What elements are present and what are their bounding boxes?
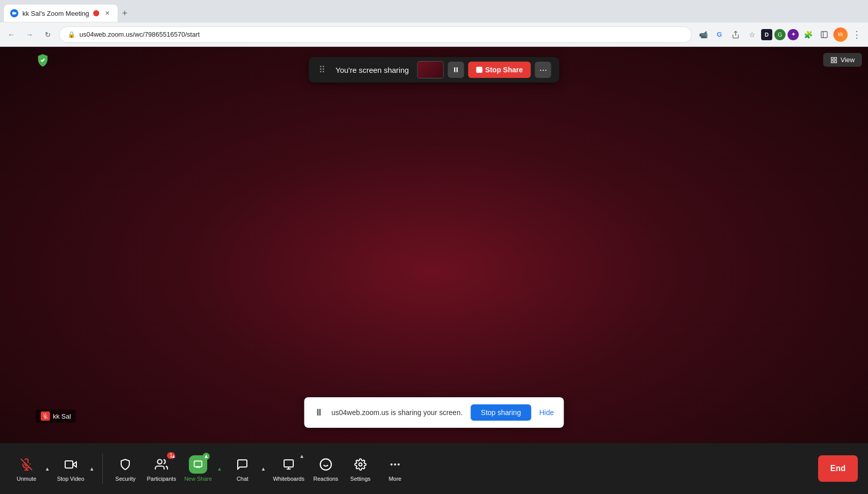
view-label: View [841,56,855,64]
unmute-label: Unmute [17,476,37,482]
pause-button[interactable] [447,62,464,78]
video-icon [62,455,80,474]
svg-marker-17 [73,462,76,467]
participants-button[interactable]: Participants 1 ▲ [144,451,179,486]
share-page-icon[interactable] [729,28,743,42]
user-label: kk Sal [36,409,76,423]
unmute-group: Unmute ▲ [10,451,52,486]
new-share-label: New Share [184,476,212,482]
recording-indicator [93,10,99,16]
new-share-icon [189,455,207,474]
new-tab-button[interactable]: + [118,6,132,20]
participants-chevron[interactable]: ▲ [169,453,178,459]
notification-pause-icon: ⏸ [314,407,323,418]
sidebar-icon[interactable] [817,28,831,42]
chat-button[interactable]: Chat [226,451,259,486]
new-share-button[interactable]: New Share [181,451,215,486]
new-share-group: New Share ▲ [181,451,224,486]
whiteboards-chevron[interactable]: ▲ [297,453,306,459]
meeting-area: ⠿ You're screen sharing Stop Share ··· V… [0,47,868,494]
svg-point-28 [359,463,362,466]
zoom-favicon [10,9,18,17]
forward-button[interactable]: → [22,28,37,42]
reload-button[interactable]: ↻ [41,28,55,42]
extension1-icon[interactable]: D [761,29,772,40]
extensions-icon[interactable]: 🧩 [801,28,815,42]
mute-icon [41,411,50,421]
toolbar-divider1 [102,453,103,484]
view-button[interactable]: View [823,53,862,67]
microphone-muted-icon [17,455,36,474]
url-text: us04web.zoom.us/wc/79865516570/start [79,31,200,38]
extension2-icon[interactable]: G [774,29,786,40]
stop-video-button[interactable]: Stop Video [54,451,88,486]
stop-sharing-button[interactable]: Stop sharing [471,404,531,421]
share-status-text: You're screen sharing [331,66,413,74]
video-chevron[interactable]: ▲ [88,466,97,472]
menu-icon[interactable]: ⋮ [850,28,864,42]
settings-label: Settings [350,476,371,482]
security-button[interactable]: Security [109,451,142,486]
chat-group: Chat ▲ [226,451,268,486]
more-button[interactable]: More [379,451,411,486]
security-label: Security [116,476,136,482]
svg-marker-1 [15,12,16,15]
active-tab[interactable]: kk Sal's Zoom Meeting ✕ [4,5,118,22]
settings-icon [351,455,370,474]
user-name: kk Sal [53,413,71,420]
svg-point-19 [158,459,162,464]
address-bar: ← → ↻ 🔒 us04web.zoom.us/wc/79865516570/s… [0,22,868,47]
more-label: More [388,476,401,482]
chat-chevron[interactable]: ▲ [259,466,268,472]
svg-rect-5 [454,67,455,72]
reactions-button[interactable]: Reactions [310,451,342,486]
reactions-icon [317,455,335,474]
svg-rect-8 [834,57,836,59]
extension3-icon[interactable]: ✦ [788,29,799,40]
whiteboards-label: Whiteboards [273,476,304,482]
address-input[interactable]: 🔒 us04web.zoom.us/wc/79865516570/start [59,26,692,43]
svg-point-31 [398,463,400,465]
tab-bar: kk Sal's Zoom Meeting ✕ + [0,0,868,22]
bottom-toolbar: Unmute ▲ Stop Video ▲ [0,443,868,494]
stop-video-label: Stop Video [57,476,85,482]
svg-rect-0 [12,12,15,15]
stop-share-icon [476,67,482,73]
share-toolbar: ⠿ You're screen sharing Stop Share ··· [309,57,559,83]
whiteboards-icon [279,455,298,474]
svg-point-25 [320,459,331,470]
more-options-button[interactable]: ··· [535,62,551,78]
close-tab-button[interactable]: ✕ [103,9,111,17]
back-button[interactable]: ← [4,28,18,42]
whiteboards-button[interactable]: Whiteboards ▲ [270,451,307,486]
share-notification: ⏸ us04web.zoom.us is sharing your screen… [304,397,564,428]
security-icon [116,455,134,474]
svg-rect-7 [831,57,833,59]
new-share-chevron[interactable]: ▲ [215,466,224,472]
unmute-chevron[interactable]: ▲ [43,466,52,472]
svg-rect-22 [284,460,293,467]
browser-chrome: kk Sal's Zoom Meeting ✕ + ← → ↻ 🔒 us04we… [0,0,868,47]
svg-rect-18 [65,461,73,468]
svg-rect-3 [821,32,827,38]
camera-icon[interactable]: 📹 [696,28,710,42]
bookmark-icon[interactable]: ☆ [745,28,759,42]
hide-button[interactable]: Hide [539,408,554,417]
drag-handle-icon[interactable]: ⠿ [317,64,327,75]
more-icon [386,455,404,474]
stop-video-group: Stop Video ▲ [54,451,97,486]
svg-point-30 [394,463,396,465]
svg-rect-6 [456,67,457,72]
toolbar-items: Unmute ▲ Stop Video ▲ [10,451,411,486]
stop-share-button[interactable]: Stop Share [468,62,531,78]
browser-toolbar-icons: 📹 G ☆ D G ✦ 🧩 kk ⋮ [696,28,864,42]
settings-button[interactable]: Settings [344,451,377,486]
end-button[interactable]: End [818,455,858,482]
profile-icon[interactable]: kk [833,28,848,42]
participants-label: Participants [147,476,176,482]
svg-rect-9 [834,61,836,63]
chat-icon [233,455,251,474]
chat-label: Chat [237,476,248,482]
google-icon[interactable]: G [712,28,726,42]
unmute-button[interactable]: Unmute [10,451,43,486]
